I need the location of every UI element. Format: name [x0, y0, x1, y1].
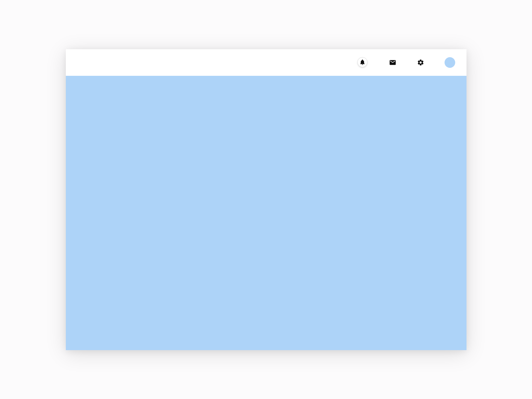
notifications-button[interactable]	[361, 59, 369, 66]
mail-button[interactable]	[389, 59, 397, 66]
avatar[interactable]	[445, 57, 455, 68]
app-window	[66, 49, 466, 350]
header-controls	[361, 57, 455, 68]
bell-icon	[359, 59, 366, 66]
mail-icon	[389, 59, 396, 66]
settings-button[interactable]	[417, 59, 425, 66]
app-content	[66, 76, 466, 350]
gear-icon	[417, 59, 424, 66]
notifications-pill	[357, 57, 367, 67]
app-header	[66, 49, 466, 76]
